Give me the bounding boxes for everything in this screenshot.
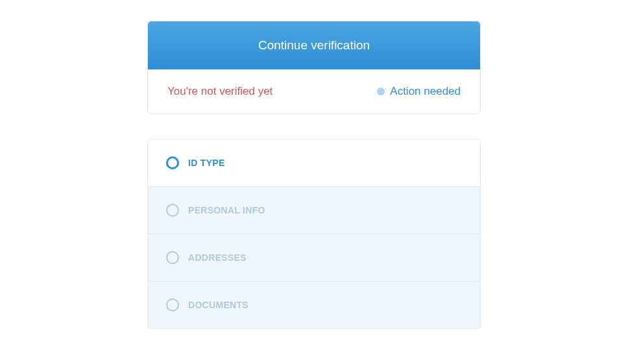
status-dot-icon [377, 88, 385, 95]
step-label: ID TYPE [188, 158, 225, 168]
circle-icon [166, 298, 179, 311]
verification-steps-card: ID TYPE PERSONAL INFO ADDRESSES DOCUMENT… [147, 139, 481, 329]
status-row: You're not verified yet Action needed [148, 69, 480, 114]
continue-verification-button[interactable]: Continue verification [148, 21, 480, 69]
step-label: DOCUMENTS [188, 300, 248, 310]
step-id-type[interactable]: ID TYPE [148, 140, 480, 187]
step-documents[interactable]: DOCUMENTS [148, 282, 480, 328]
verification-card: Continue verification You're not verifie… [147, 21, 481, 114]
step-label: PERSONAL INFO [188, 205, 265, 215]
step-personal-info[interactable]: PERSONAL INFO [148, 187, 480, 234]
action-needed-label: Action needed [390, 85, 461, 98]
step-label: ADDRESSES [188, 252, 247, 263]
circle-icon [166, 156, 179, 169]
step-addresses[interactable]: ADDRESSES [148, 234, 480, 282]
circle-icon [166, 204, 179, 217]
action-needed-badge: Action needed [377, 85, 461, 98]
verification-status-text: You're not verified yet [167, 85, 272, 98]
circle-icon [166, 251, 179, 264]
